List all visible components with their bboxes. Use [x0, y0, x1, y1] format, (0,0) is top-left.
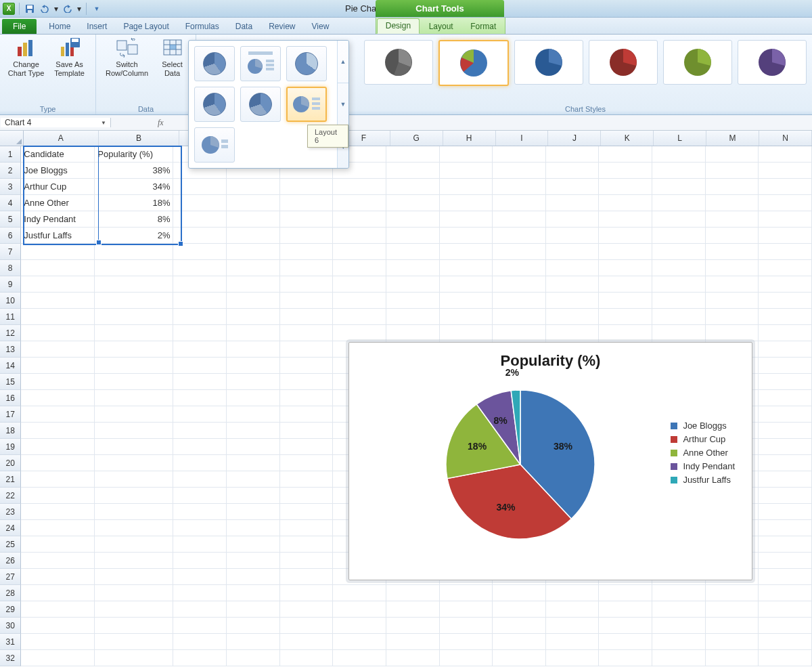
cell[interactable]	[21, 553, 95, 569]
row-header[interactable]: 2	[0, 163, 21, 179]
cell[interactable]	[95, 325, 173, 341]
cell[interactable]	[652, 650, 706, 666]
cell[interactable]	[21, 601, 95, 618]
cell[interactable]	[759, 244, 812, 260]
cell[interactable]	[95, 423, 173, 439]
formula-input-zone[interactable]: fx	[112, 118, 169, 128]
cell[interactable]	[173, 585, 227, 601]
cell[interactable]	[440, 325, 493, 341]
undo-dropdown-icon[interactable]: ▾	[53, 3, 59, 15]
cell[interactable]	[759, 390, 812, 406]
cell[interactable]	[173, 504, 227, 520]
cell[interactable]	[759, 325, 812, 341]
row-header[interactable]: 26	[0, 553, 21, 569]
cell[interactable]	[280, 423, 334, 439]
cell[interactable]	[21, 293, 95, 309]
cell[interactable]	[21, 439, 95, 455]
cell[interactable]	[386, 309, 440, 325]
cell[interactable]	[95, 293, 173, 309]
cell[interactable]	[280, 374, 334, 390]
cell[interactable]	[759, 163, 812, 179]
cell[interactable]	[546, 244, 600, 260]
cell[interactable]	[759, 569, 812, 585]
cell[interactable]	[706, 211, 759, 228]
cell[interactable]	[173, 471, 227, 488]
cell[interactable]	[280, 228, 334, 244]
cell[interactable]	[440, 146, 493, 163]
cell[interactable]	[440, 228, 493, 244]
cell[interactable]	[227, 325, 280, 341]
cell[interactable]	[440, 601, 493, 618]
cell[interactable]	[759, 423, 812, 439]
cell[interactable]	[386, 650, 440, 666]
cell[interactable]	[706, 195, 759, 211]
cell[interactable]	[652, 325, 706, 341]
row-header[interactable]: 14	[0, 358, 21, 374]
row-header[interactable]: 25	[0, 536, 21, 553]
cell[interactable]	[227, 358, 280, 374]
cell[interactable]	[652, 276, 706, 293]
row-header[interactable]: 3	[0, 179, 21, 195]
undo-icon[interactable]	[39, 3, 51, 15]
cell[interactable]	[173, 455, 227, 471]
cell[interactable]	[227, 228, 280, 244]
cell[interactable]	[280, 325, 334, 341]
row-header[interactable]: 8	[0, 260, 21, 276]
cell[interactable]	[333, 211, 386, 228]
cell[interactable]	[173, 520, 227, 536]
cell[interactable]	[227, 488, 280, 504]
cell[interactable]	[546, 211, 600, 228]
column-header[interactable]: G	[390, 131, 443, 146]
cell[interactable]	[95, 358, 173, 374]
cell[interactable]	[652, 195, 706, 211]
cell[interactable]	[546, 146, 600, 163]
cell[interactable]	[173, 488, 227, 504]
cell[interactable]	[227, 650, 280, 666]
cell[interactable]	[173, 618, 227, 634]
cell[interactable]	[546, 601, 600, 618]
cell[interactable]	[21, 504, 95, 520]
cell[interactable]	[599, 618, 652, 634]
cell[interactable]	[173, 374, 227, 390]
cell[interactable]	[440, 211, 493, 228]
cell[interactable]	[599, 179, 652, 195]
row-header[interactable]: 22	[0, 488, 21, 504]
cell[interactable]	[173, 228, 227, 244]
cell[interactable]: Candidate	[21, 146, 95, 163]
name-box-dropdown-icon[interactable]: ▼	[101, 120, 106, 126]
cell[interactable]	[706, 601, 759, 618]
cell[interactable]	[759, 309, 812, 325]
cell[interactable]	[386, 195, 440, 211]
cell[interactable]: Indy Pendant	[21, 211, 95, 228]
cell[interactable]: 8%	[95, 211, 173, 228]
cell[interactable]	[493, 244, 546, 260]
cell[interactable]	[21, 244, 95, 260]
cell[interactable]	[386, 325, 440, 341]
row-header[interactable]: 31	[0, 634, 21, 650]
cell[interactable]	[599, 325, 652, 341]
cell[interactable]	[95, 601, 173, 618]
cell[interactable]	[173, 325, 227, 341]
cell[interactable]	[227, 634, 280, 650]
cell[interactable]	[21, 390, 95, 406]
row-header[interactable]: 21	[0, 471, 21, 488]
legend-item[interactable]: Indy Pendant	[671, 461, 735, 471]
cell[interactable]	[227, 390, 280, 406]
cell[interactable]	[227, 374, 280, 390]
cell[interactable]	[227, 211, 280, 228]
cell[interactable]	[759, 260, 812, 276]
tab-design[interactable]: Design	[377, 18, 420, 34]
cell[interactable]	[95, 309, 173, 325]
cell[interactable]	[280, 406, 334, 423]
fx-icon[interactable]: fx	[158, 118, 164, 128]
cell[interactable]	[546, 650, 600, 666]
chart-legend[interactable]: Joe BloggsArthur CupAnne OtherIndy Penda…	[671, 417, 735, 488]
cell[interactable]	[280, 536, 334, 553]
cell[interactable]	[599, 146, 652, 163]
cell[interactable]	[173, 390, 227, 406]
cell[interactable]	[95, 455, 173, 471]
row-header[interactable]: 15	[0, 374, 21, 390]
column-header[interactable]: A	[24, 131, 99, 146]
cell[interactable]	[333, 293, 386, 309]
cell[interactable]	[21, 520, 95, 536]
